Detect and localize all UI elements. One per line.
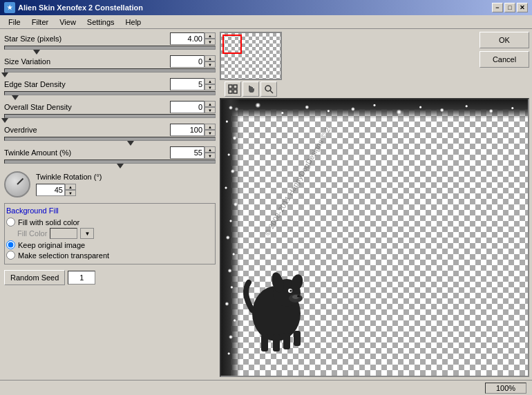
- twinkle-rotation-up[interactable]: ▲: [65, 184, 76, 190]
- overdrive-down[interactable]: ▼: [205, 130, 216, 136]
- fill-color-row: Fill Color ▼: [17, 228, 213, 239]
- edge-star-density-block: Edge Star Density ▲ ▼: [3, 77, 217, 99]
- fill-solid-row: Fill with solid color: [6, 218, 213, 227]
- fill-color-label: Fill Color: [17, 229, 47, 238]
- star-size-block: Star Size (pixels) ▲ ▼: [3, 32, 217, 53]
- svg-rect-12: [283, 333, 290, 349]
- magnify-tool-button[interactable]: [260, 81, 277, 97]
- random-seed-input[interactable]: [68, 271, 95, 285]
- overall-star-density-block: Overall Star Density ▲ ▼: [3, 100, 217, 122]
- overdrive-block: Overdrive ▲ ▼: [3, 123, 217, 144]
- menu-view[interactable]: View: [54, 17, 82, 28]
- size-variation-input[interactable]: [170, 55, 205, 68]
- size-variation-down[interactable]: ▼: [205, 61, 216, 68]
- star-size-down[interactable]: ▼: [205, 39, 216, 45]
- zoom-status: 100%: [485, 383, 526, 394]
- keep-original-label: Keep original image: [18, 241, 85, 249]
- svg-point-18: [297, 296, 300, 298]
- twinkle-rotation-label: Twinkle Rotation (°): [36, 173, 102, 181]
- ok-button[interactable]: OK: [479, 32, 529, 48]
- sparkle-border-top: [221, 99, 528, 119]
- overdrive-input[interactable]: [170, 124, 205, 136]
- magnify-icon: [264, 84, 274, 94]
- twinkle-rotation-controls: Twinkle Rotation (°) ▲ ▼: [36, 173, 102, 196]
- svg-rect-11: [273, 334, 280, 351]
- make-transparent-radio[interactable]: [6, 251, 15, 260]
- twinkle-amount-block: Twinkle Amount (%) ▲ ▼: [3, 146, 217, 167]
- twinkle-amount-up[interactable]: ▲: [205, 146, 216, 153]
- overall-star-density-down[interactable]: ▼: [205, 107, 216, 113]
- cancel-button[interactable]: Cancel: [479, 51, 529, 68]
- fill-solid-label: Fill with solid color: [18, 218, 79, 227]
- overall-star-density-slider[interactable]: [4, 114, 216, 118]
- overall-star-density-label: Overall Star Density: [4, 103, 101, 111]
- menu-filter[interactable]: Filter: [26, 17, 54, 28]
- restore-button[interactable]: □: [504, 3, 515, 12]
- dog-svg: [235, 258, 318, 355]
- overdrive-slider[interactable]: [4, 137, 216, 141]
- star-size-input[interactable]: [170, 32, 205, 45]
- size-variation-up[interactable]: ▲: [205, 55, 216, 61]
- thumbnail-tools: [220, 81, 282, 97]
- overall-star-density-input[interactable]: [170, 101, 205, 113]
- watermark-text: © 2008-2011 HappyDogDesigns © 2008-2011: [262, 127, 350, 238]
- menu-file[interactable]: File: [3, 17, 26, 28]
- hand-tool-button[interactable]: [243, 81, 259, 97]
- edge-star-density-down[interactable]: ▼: [205, 84, 216, 90]
- edge-star-density-up[interactable]: ▲: [205, 78, 216, 84]
- svg-rect-2: [229, 90, 232, 93]
- zoom-fit-button[interactable]: [225, 81, 241, 97]
- twinkle-rotation-section: Twinkle Rotation (°) ▲ ▼: [3, 168, 217, 200]
- left-panel: Star Size (pixels) ▲ ▼ Size Vari: [3, 32, 217, 377]
- star-size-up[interactable]: ▲: [205, 32, 216, 39]
- edge-star-density-label: Edge Star Density: [4, 80, 101, 88]
- edge-star-density-input[interactable]: [170, 78, 205, 90]
- twinkle-rotation-dial[interactable]: [4, 171, 30, 198]
- title-bar: ★ Alien Skin Xenofex 2 Constellation − □…: [0, 0, 532, 15]
- close-button[interactable]: ✕: [517, 3, 528, 12]
- twinkle-rotation-input[interactable]: [36, 184, 65, 196]
- size-variation-label: Size Variation: [4, 57, 101, 66]
- watermark-container: © 2008-2011 HappyDogDesigns © 2008-2011: [249, 127, 387, 265]
- thumbnail-area: [220, 32, 282, 97]
- random-seed-button[interactable]: Random Seed: [4, 270, 65, 285]
- svg-rect-1: [234, 85, 237, 88]
- svg-point-15: [290, 290, 292, 292]
- main-window: Star Size (pixels) ▲ ▼ Size Vari: [0, 29, 532, 395]
- overdrive-up[interactable]: ▲: [205, 124, 216, 130]
- app-icon: ★: [4, 2, 15, 13]
- star-size-control: ▲ ▼: [170, 32, 216, 45]
- size-variation-slider[interactable]: [4, 68, 216, 73]
- twinkle-rotation-down[interactable]: ▼: [65, 190, 76, 196]
- overdrive-label: Overdrive: [4, 126, 101, 134]
- keep-original-row: Keep original image: [6, 240, 213, 249]
- minimize-button[interactable]: −: [492, 3, 503, 12]
- window-title: Alien Skin Xenofex 2 Constellation: [18, 3, 143, 12]
- star-size-slider[interactable]: [4, 46, 216, 50]
- svg-rect-13: [294, 331, 301, 346]
- content-area: Star Size (pixels) ▲ ▼ Size Vari: [0, 29, 532, 380]
- color-picker-button[interactable]: ▼: [80, 228, 94, 239]
- menu-help[interactable]: Help: [120, 17, 147, 28]
- thumbnail-viewport-indicator[interactable]: [222, 35, 242, 54]
- twinkle-amount-input[interactable]: [170, 146, 205, 159]
- menu-settings[interactable]: Settings: [82, 17, 120, 28]
- twinkle-amount-down[interactable]: ▼: [205, 153, 216, 159]
- overall-star-density-up[interactable]: ▲: [205, 101, 216, 107]
- random-seed-row: Random Seed: [3, 267, 217, 288]
- top-right: OK Cancel: [220, 32, 529, 97]
- keep-original-radio[interactable]: [6, 240, 15, 249]
- zoom-fit-icon: [228, 84, 238, 94]
- make-transparent-label: Make selection transparent: [18, 251, 109, 260]
- dial-needle: [17, 178, 23, 185]
- svg-line-5: [270, 90, 273, 93]
- twinkle-amount-label: Twinkle Amount (%): [4, 148, 101, 157]
- svg-rect-3: [234, 90, 237, 93]
- edge-star-density-slider[interactable]: [4, 91, 216, 95]
- background-fill-section: Background Fill Fill with solid color Fi…: [4, 203, 216, 264]
- twinkle-amount-slider[interactable]: [4, 160, 216, 164]
- color-swatch[interactable]: [50, 228, 77, 239]
- preview-area[interactable]: © 2008-2011 HappyDogDesigns © 2008-2011: [220, 98, 529, 377]
- fill-solid-radio[interactable]: [6, 218, 15, 227]
- dog-image: [235, 258, 318, 355]
